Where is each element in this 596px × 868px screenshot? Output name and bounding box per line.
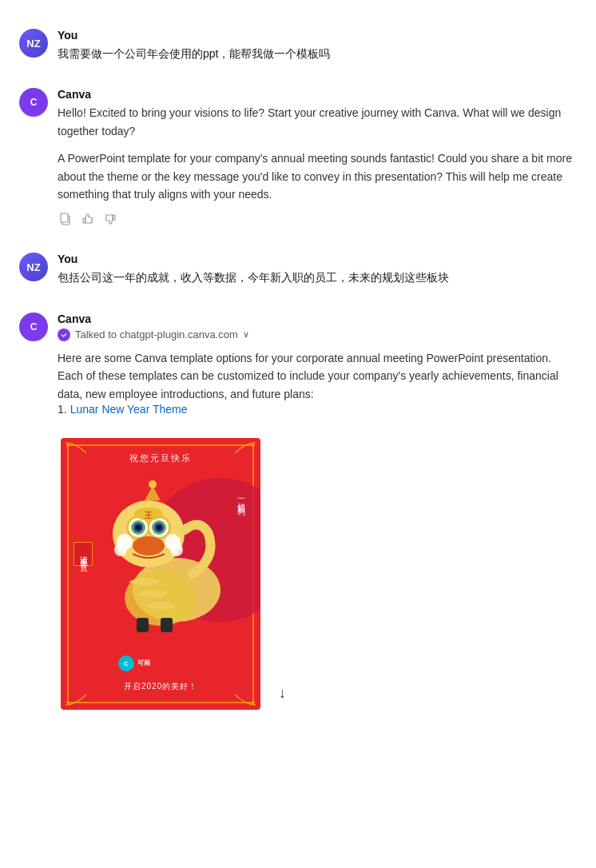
canva-bottom-label: 可画	[137, 659, 150, 667]
feedback-icons-1	[58, 211, 577, 227]
svg-text:C: C	[30, 97, 38, 108]
lunar-image-bg: 祝您元旦快乐 一切顺利 诸事皆宜	[61, 438, 260, 710]
message-group-1: NZ You 我需要做一个公司年会使用的ppt，能帮我做一个模板吗	[0, 16, 596, 75]
canva-avatar-2: C	[19, 313, 48, 341]
chat-container: NZ You 我需要做一个公司年会使用的ppt，能帮我做一个模板吗 C Canv…	[0, 0, 596, 742]
bottom-year-text: 开启2020的美好！	[124, 681, 197, 692]
svg-point-14	[125, 570, 197, 626]
svg-point-10	[252, 444, 255, 447]
sender-name-1: You	[58, 29, 577, 42]
svg-rect-4	[83, 218, 85, 223]
svg-rect-5	[113, 215, 116, 220]
message-content-3: You 包括公司这一年的成就，收入等数据，今年新入职的员工，未来的规划这些板块	[58, 253, 577, 286]
canva-teal-dot: C	[118, 655, 134, 671]
canva-intro-text: Here are some Canva template options for…	[58, 349, 577, 403]
canva-logo-icon-2: C	[25, 318, 42, 336]
svg-point-11	[66, 701, 70, 704]
download-arrow[interactable]: ↓	[279, 685, 286, 702]
svg-point-26	[133, 536, 165, 555]
svg-point-34	[114, 543, 127, 556]
svg-point-21	[136, 525, 141, 530]
svg-text:C: C	[124, 660, 129, 667]
svg-text:C: C	[30, 321, 38, 332]
canva-para-2: A PowerPoint template for your company's…	[58, 149, 577, 203]
plugin-badge[interactable]: Talked to chatgpt-plugin.canva.com ∨	[58, 328, 577, 341]
copy-icon[interactable]	[58, 211, 74, 227]
thumbs-down-icon[interactable]	[102, 211, 118, 227]
canva-para-1: Hello! Excited to bring your visions to …	[58, 104, 577, 140]
canva-response-1: Hello! Excited to bring your visions to …	[58, 104, 577, 203]
message-group-2: C Canva Hello! Excited to bring your vis…	[0, 75, 596, 240]
corner-decor-tr	[233, 441, 257, 465]
svg-rect-31	[137, 618, 149, 632]
canva-logo-icon: C	[25, 94, 42, 111]
user-message-text-3: 包括公司这一年的成就，收入等数据，今年新入职的员工，未来的规划这些板块	[58, 269, 577, 286]
corner-decor-bl	[64, 683, 88, 707]
svg-point-25	[157, 525, 161, 530]
message-group-4: C Canva Talked to chatgpt-plugin.canva.c…	[0, 300, 596, 726]
sender-name-2: Canva	[58, 88, 577, 101]
plugin-badge-label: Talked to chatgpt-plugin.canva.com	[75, 328, 238, 340]
right-text: 一切顺利	[235, 494, 246, 504]
message-content-2: Canva Hello! Excited to bring your visio…	[58, 88, 577, 227]
message-group-3: NZ You 包括公司这一年的成就，收入等数据，今年新入职的员工，未来的规划这些…	[0, 240, 596, 299]
sender-name-3: You	[58, 253, 577, 265]
template-list: 1. Lunar New Year Theme	[58, 403, 577, 416]
canva-bottom-badge: C 可画	[118, 655, 150, 671]
plugin-check-icon	[58, 328, 70, 341]
list-num-1: 1.	[58, 403, 67, 416]
corner-decor-br	[233, 683, 257, 707]
thumbs-up-icon[interactable]	[80, 211, 96, 227]
user-avatar-1: NZ	[19, 29, 48, 58]
list-item-1: 1. Lunar New Year Theme	[58, 403, 577, 416]
message-content-4: Canva Talked to chatgpt-plugin.canva.com…	[58, 313, 577, 713]
svg-rect-32	[161, 618, 173, 632]
svg-point-8	[60, 331, 68, 339]
svg-point-9	[66, 444, 70, 447]
svg-text:王: 王	[145, 511, 153, 520]
svg-point-36	[170, 543, 183, 556]
user-message-text-1: 我需要做一个公司年会使用的ppt，能帮我做一个模板吗	[58, 45, 577, 62]
svg-point-28	[149, 480, 157, 488]
svg-point-12	[252, 701, 255, 704]
canva-response-2: Here are some Canva template options for…	[58, 349, 577, 403]
template-image-wrapper: 祝您元旦快乐 一切顺利 诸事皆宜	[58, 428, 260, 710]
canva-avatar-1: C	[19, 88, 48, 117]
lion-dance-svg: 王	[81, 462, 232, 638]
message-content-1: You 我需要做一个公司年会使用的ppt，能帮我做一个模板吗	[58, 29, 577, 62]
sender-name-4: Canva	[58, 313, 577, 325]
user-avatar-2: NZ	[19, 253, 48, 281]
plugin-dropdown-arrow: ∨	[243, 329, 249, 340]
lunar-theme-link[interactable]: Lunar New Year Theme	[70, 403, 188, 416]
lunar-template-image[interactable]: 祝您元旦快乐 一切顺利 诸事皆宜	[61, 438, 260, 710]
svg-rect-3	[61, 213, 68, 222]
